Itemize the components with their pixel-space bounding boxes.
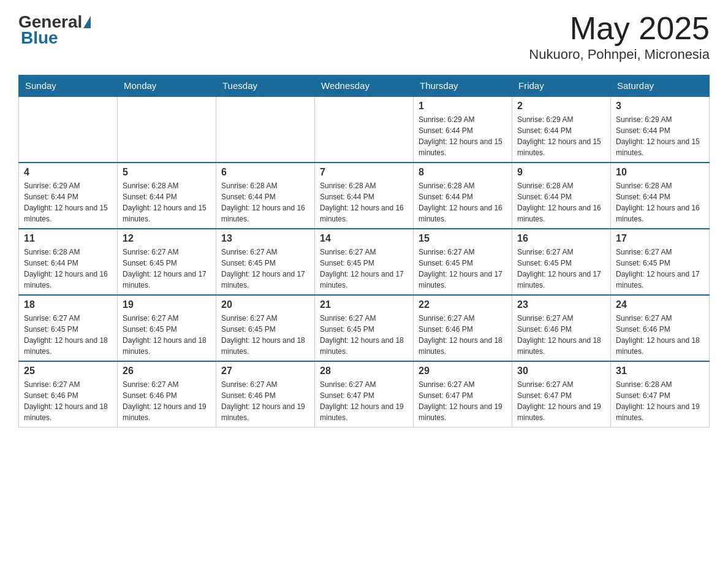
day-number: 29 bbox=[419, 366, 507, 377]
month-title: May 2025 bbox=[529, 12, 710, 44]
day-info: Sunrise: 6:27 AMSunset: 6:45 PMDaylight:… bbox=[320, 247, 408, 291]
calendar-cell: 15Sunrise: 6:27 AMSunset: 6:45 PMDayligh… bbox=[414, 229, 512, 295]
day-info: Sunrise: 6:27 AMSunset: 6:45 PMDaylight:… bbox=[123, 247, 211, 291]
day-number: 28 bbox=[320, 366, 408, 377]
day-number: 5 bbox=[123, 167, 211, 178]
day-number: 23 bbox=[517, 299, 605, 310]
logo-blue-text: Blue bbox=[21, 28, 58, 47]
day-info: Sunrise: 6:28 AMSunset: 6:47 PMDaylight:… bbox=[616, 379, 704, 423]
day-number: 30 bbox=[517, 366, 605, 377]
day-info: Sunrise: 6:29 AMSunset: 6:44 PMDaylight:… bbox=[616, 114, 704, 158]
day-info: Sunrise: 6:27 AMSunset: 6:46 PMDaylight:… bbox=[419, 313, 507, 357]
calendar-header-tuesday: Tuesday bbox=[216, 75, 315, 97]
calendar-cell: 27Sunrise: 6:27 AMSunset: 6:46 PMDayligh… bbox=[216, 361, 315, 427]
day-info: Sunrise: 6:27 AMSunset: 6:45 PMDaylight:… bbox=[517, 247, 605, 291]
title-block: May 2025 Nukuoro, Pohnpei, Micronesia bbox=[529, 12, 710, 63]
day-info: Sunrise: 6:28 AMSunset: 6:44 PMDaylight:… bbox=[123, 180, 211, 224]
calendar-cell bbox=[118, 96, 216, 163]
calendar-table: SundayMondayTuesdayWednesdayThursdayFrid… bbox=[18, 75, 710, 427]
day-info: Sunrise: 6:28 AMSunset: 6:44 PMDaylight:… bbox=[419, 180, 507, 224]
calendar-cell: 18Sunrise: 6:27 AMSunset: 6:45 PMDayligh… bbox=[19, 295, 118, 361]
calendar-week-5: 25Sunrise: 6:27 AMSunset: 6:46 PMDayligh… bbox=[19, 361, 710, 427]
day-number: 20 bbox=[221, 299, 309, 310]
day-number: 10 bbox=[616, 167, 704, 178]
location: Nukuoro, Pohnpei, Micronesia bbox=[529, 47, 710, 63]
logo-triangle-icon bbox=[83, 16, 91, 28]
calendar-cell: 11Sunrise: 6:28 AMSunset: 6:44 PMDayligh… bbox=[19, 229, 118, 295]
calendar-header-friday: Friday bbox=[512, 75, 611, 97]
calendar-cell: 29Sunrise: 6:27 AMSunset: 6:47 PMDayligh… bbox=[414, 361, 512, 427]
day-info: Sunrise: 6:27 AMSunset: 6:46 PMDaylight:… bbox=[24, 379, 112, 423]
day-info: Sunrise: 6:27 AMSunset: 6:45 PMDaylight:… bbox=[419, 247, 507, 291]
day-number: 9 bbox=[517, 167, 605, 178]
calendar-week-2: 4Sunrise: 6:29 AMSunset: 6:44 PMDaylight… bbox=[19, 163, 710, 229]
calendar-cell: 16Sunrise: 6:27 AMSunset: 6:45 PMDayligh… bbox=[512, 229, 611, 295]
calendar-cell: 24Sunrise: 6:27 AMSunset: 6:46 PMDayligh… bbox=[611, 295, 710, 361]
logo: General Blue bbox=[18, 12, 92, 48]
day-info: Sunrise: 6:27 AMSunset: 6:47 PMDaylight:… bbox=[419, 379, 507, 423]
calendar-week-4: 18Sunrise: 6:27 AMSunset: 6:45 PMDayligh… bbox=[19, 295, 710, 361]
day-number: 16 bbox=[517, 233, 605, 244]
day-info: Sunrise: 6:29 AMSunset: 6:44 PMDaylight:… bbox=[517, 114, 605, 158]
day-number: 3 bbox=[616, 101, 704, 112]
calendar-cell: 1Sunrise: 6:29 AMSunset: 6:44 PMDaylight… bbox=[414, 96, 512, 163]
day-info: Sunrise: 6:29 AMSunset: 6:44 PMDaylight:… bbox=[24, 180, 112, 224]
day-info: Sunrise: 6:27 AMSunset: 6:45 PMDaylight:… bbox=[123, 313, 211, 357]
calendar-cell: 21Sunrise: 6:27 AMSunset: 6:45 PMDayligh… bbox=[315, 295, 414, 361]
day-number: 1 bbox=[419, 101, 507, 112]
day-number: 19 bbox=[123, 299, 211, 310]
day-number: 25 bbox=[24, 366, 112, 377]
day-info: Sunrise: 6:28 AMSunset: 6:44 PMDaylight:… bbox=[221, 180, 309, 224]
calendar-cell: 2Sunrise: 6:29 AMSunset: 6:44 PMDaylight… bbox=[512, 96, 611, 163]
calendar-cell: 6Sunrise: 6:28 AMSunset: 6:44 PMDaylight… bbox=[216, 163, 315, 229]
day-info: Sunrise: 6:28 AMSunset: 6:44 PMDaylight:… bbox=[24, 247, 112, 291]
day-number: 24 bbox=[616, 299, 704, 310]
calendar-cell: 4Sunrise: 6:29 AMSunset: 6:44 PMDaylight… bbox=[19, 163, 118, 229]
day-number: 11 bbox=[24, 233, 112, 244]
calendar-week-3: 11Sunrise: 6:28 AMSunset: 6:44 PMDayligh… bbox=[19, 229, 710, 295]
day-number: 7 bbox=[320, 167, 408, 178]
day-info: Sunrise: 6:27 AMSunset: 6:45 PMDaylight:… bbox=[221, 313, 309, 357]
calendar-week-1: 1Sunrise: 6:29 AMSunset: 6:44 PMDaylight… bbox=[19, 96, 710, 163]
day-number: 12 bbox=[123, 233, 211, 244]
day-info: Sunrise: 6:28 AMSunset: 6:44 PMDaylight:… bbox=[320, 180, 408, 224]
day-number: 31 bbox=[616, 366, 704, 377]
calendar-header-row: SundayMondayTuesdayWednesdayThursdayFrid… bbox=[19, 75, 710, 97]
day-info: Sunrise: 6:27 AMSunset: 6:45 PMDaylight:… bbox=[320, 313, 408, 357]
day-number: 14 bbox=[320, 233, 408, 244]
day-number: 21 bbox=[320, 299, 408, 310]
calendar-cell: 19Sunrise: 6:27 AMSunset: 6:45 PMDayligh… bbox=[118, 295, 216, 361]
day-number: 17 bbox=[616, 233, 704, 244]
day-info: Sunrise: 6:27 AMSunset: 6:46 PMDaylight:… bbox=[616, 313, 704, 357]
day-number: 8 bbox=[419, 167, 507, 178]
calendar-cell: 26Sunrise: 6:27 AMSunset: 6:46 PMDayligh… bbox=[118, 361, 216, 427]
day-info: Sunrise: 6:28 AMSunset: 6:44 PMDaylight:… bbox=[517, 180, 605, 224]
calendar-cell: 10Sunrise: 6:28 AMSunset: 6:44 PMDayligh… bbox=[611, 163, 710, 229]
page-header: General Blue May 2025 Nukuoro, Pohnpei, … bbox=[18, 12, 710, 63]
day-number: 2 bbox=[517, 101, 605, 112]
day-info: Sunrise: 6:27 AMSunset: 6:45 PMDaylight:… bbox=[24, 313, 112, 357]
calendar-cell: 9Sunrise: 6:28 AMSunset: 6:44 PMDaylight… bbox=[512, 163, 611, 229]
day-info: Sunrise: 6:28 AMSunset: 6:44 PMDaylight:… bbox=[616, 180, 704, 224]
calendar-cell: 8Sunrise: 6:28 AMSunset: 6:44 PMDaylight… bbox=[414, 163, 512, 229]
day-info: Sunrise: 6:27 AMSunset: 6:47 PMDaylight:… bbox=[517, 379, 605, 423]
calendar-cell: 25Sunrise: 6:27 AMSunset: 6:46 PMDayligh… bbox=[19, 361, 118, 427]
day-info: Sunrise: 6:27 AMSunset: 6:45 PMDaylight:… bbox=[616, 247, 704, 291]
calendar-cell: 30Sunrise: 6:27 AMSunset: 6:47 PMDayligh… bbox=[512, 361, 611, 427]
calendar-cell: 22Sunrise: 6:27 AMSunset: 6:46 PMDayligh… bbox=[414, 295, 512, 361]
day-info: Sunrise: 6:27 AMSunset: 6:45 PMDaylight:… bbox=[221, 247, 309, 291]
day-info: Sunrise: 6:29 AMSunset: 6:44 PMDaylight:… bbox=[419, 114, 507, 158]
calendar-cell bbox=[315, 96, 414, 163]
calendar-header-thursday: Thursday bbox=[414, 75, 512, 97]
day-info: Sunrise: 6:27 AMSunset: 6:46 PMDaylight:… bbox=[517, 313, 605, 357]
calendar-header-sunday: Sunday bbox=[19, 75, 118, 97]
day-info: Sunrise: 6:27 AMSunset: 6:46 PMDaylight:… bbox=[221, 379, 309, 423]
calendar-header-wednesday: Wednesday bbox=[315, 75, 414, 97]
day-number: 13 bbox=[221, 233, 309, 244]
calendar-cell bbox=[19, 96, 118, 163]
calendar-cell: 23Sunrise: 6:27 AMSunset: 6:46 PMDayligh… bbox=[512, 295, 611, 361]
calendar-cell: 14Sunrise: 6:27 AMSunset: 6:45 PMDayligh… bbox=[315, 229, 414, 295]
day-number: 18 bbox=[24, 299, 112, 310]
day-number: 15 bbox=[419, 233, 507, 244]
day-number: 6 bbox=[221, 167, 309, 178]
